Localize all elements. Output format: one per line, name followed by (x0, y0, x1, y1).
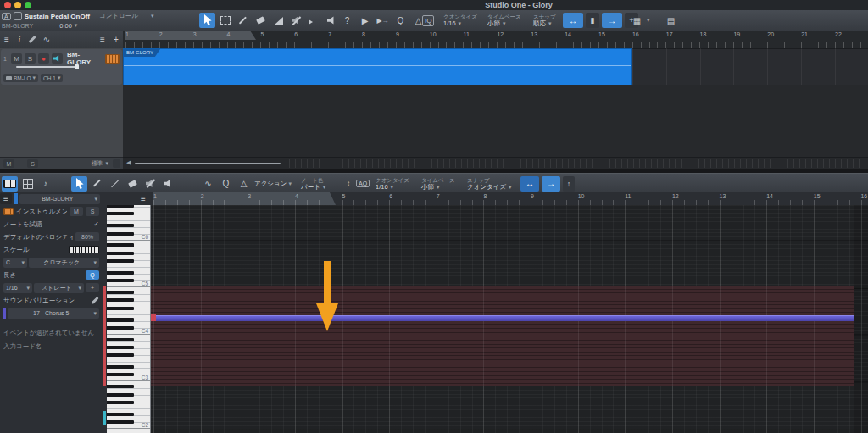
wrench-icon[interactable] (25, 32, 39, 47)
macro-value[interactable]: 0.00 (59, 22, 72, 30)
snap-relative-button[interactable]: ↔ (520, 176, 539, 192)
grid-view-button[interactable]: ▦ (629, 13, 645, 28)
global-mute-button[interactable]: M (3, 159, 14, 168)
autoscroll-button[interactable]: → (542, 176, 560, 192)
eraser-tool-button[interactable] (253, 13, 269, 28)
grid-view-caret-icon[interactable]: ▾ (647, 17, 650, 24)
editor-track-select[interactable]: BM-GLORY▾ (19, 194, 100, 204)
paint-tool-button[interactable] (89, 176, 105, 192)
line-tool-button[interactable] (107, 176, 123, 192)
scale-select[interactable]: クロマチック▾ (29, 258, 99, 268)
close-window-button[interactable] (4, 2, 11, 8)
length-value-select[interactable]: 1/16▾ (3, 283, 32, 293)
keyboard-octave[interactable]: C5 (107, 241, 150, 288)
chord-input-label[interactable]: 入力コード名 (0, 340, 102, 353)
piano-roll-grid[interactable] (151, 205, 868, 433)
wrench-icon[interactable] (92, 297, 99, 304)
range-tool-button[interactable] (217, 13, 233, 28)
automation-badge-icon[interactable]: A (2, 13, 11, 20)
track-height-mode[interactable]: 標準 (91, 159, 103, 168)
key-select[interactable]: C▾ (3, 258, 27, 268)
curve-icon[interactable]: ∿ (200, 176, 216, 192)
drum-view-button[interactable] (19, 176, 36, 192)
velocity-value[interactable]: 80% (75, 232, 99, 241)
quantize-select[interactable]: クオンタイズ 1/16▾ (376, 175, 409, 193)
help-button[interactable]: ? (339, 13, 355, 28)
snap-relative-button[interactable]: ↔ (563, 13, 583, 28)
snap-select[interactable]: スナップ クオンタイズ▾ (467, 175, 512, 193)
arrange-track-lane[interactable]: BM-GLORY (123, 48, 868, 85)
editor-list-icon[interactable]: ≡ (136, 193, 150, 204)
snap-select[interactable]: スナップ 順応▾ (533, 11, 556, 30)
automation-curve-icon[interactable]: ∿ (39, 32, 54, 47)
quantize-apply-button[interactable]: Q (218, 176, 234, 192)
track-menu-icon[interactable]: ≡ (0, 32, 14, 47)
editor-menu-icon[interactable]: ≡ (0, 193, 12, 204)
keyboard-octave[interactable]: C4 (107, 287, 150, 335)
autoscroll-button[interactable]: → (602, 13, 622, 28)
film-view-button[interactable]: ▤ (663, 13, 679, 28)
instrument-icon[interactable] (105, 54, 120, 64)
quantize-apply-button[interactable]: Q (392, 13, 409, 28)
split-tool-button[interactable] (306, 13, 322, 28)
hand-icon[interactable] (14, 12, 22, 20)
track-row-bm-glory[interactable]: 1 M S ● BM-GLORY BM-LO▾ CH 1▾ (1, 49, 122, 85)
chevron-down-icon[interactable]: ▾ (105, 160, 108, 167)
track-mute-button[interactable]: M (11, 53, 22, 64)
inspector-toggle-icon[interactable]: i (14, 32, 25, 47)
listen-tool-button[interactable] (324, 13, 340, 28)
global-solo-button[interactable]: S (27, 159, 38, 168)
audition-checkbox[interactable]: ✓ (93, 220, 99, 228)
expand-icon[interactable]: ↕ (563, 176, 575, 192)
note-start-handle[interactable] (151, 314, 156, 321)
slope-tool-button[interactable] (270, 13, 287, 28)
editor-mute-button[interactable]: M (70, 207, 83, 216)
horizontal-zoom-slider[interactable] (135, 163, 281, 164)
score-view-button[interactable]: ♪ (37, 176, 53, 192)
timebase-select[interactable]: タイムベース 小節▾ (487, 11, 521, 30)
input-quantize-badge[interactable]: IQ (422, 15, 434, 26)
instrument-output-select[interactable]: BM-LO▾ (3, 74, 38, 82)
piano-keyboard[interactable]: C2C3C4C5C6C7 (107, 205, 151, 433)
arrange-timeline-ruler[interactable]: 12345678910111213141516171819202122 (123, 31, 868, 49)
arrange-empty-area[interactable] (123, 85, 868, 157)
editor-solo-button[interactable]: S (86, 207, 99, 216)
add-length-button[interactable]: + (86, 283, 99, 292)
editor-timeline-ruler[interactable]: 12345678910111213141516 (151, 192, 868, 206)
macro-value-caret-icon[interactable]: ▾ (75, 22, 78, 29)
track-list-icon[interactable]: ≡ (96, 32, 109, 47)
midi-clip-bm-glory[interactable]: BM-GLORY (123, 48, 632, 86)
keyboard-octave[interactable]: C3 (107, 335, 150, 382)
add-track-button[interactable]: + (109, 32, 123, 47)
midi-note[interactable] (151, 315, 854, 321)
listen-tool-button[interactable] (160, 176, 176, 192)
note-color-select[interactable]: ノート色 パート▾ (301, 175, 326, 193)
bar-display-button[interactable]: ▮ (586, 13, 599, 28)
mute-tool-button[interactable] (142, 176, 159, 192)
sound-variation-select[interactable]: 17 - Chorus 5▾ (8, 308, 99, 319)
track-monitor-button[interactable] (52, 53, 63, 64)
midi-channel-select[interactable]: CH 1▾ (41, 74, 63, 82)
nudge-icon[interactable]: ↕ (342, 176, 354, 192)
play-to-button[interactable]: ▶→ (375, 13, 391, 28)
metronome-button[interactable]: △ (236, 176, 252, 192)
auto-quantize-badge[interactable]: AQ (356, 180, 370, 187)
track-record-button[interactable]: ● (38, 53, 49, 64)
macro-caret-icon[interactable]: ▾ (151, 13, 154, 19)
arrow-tool-button[interactable] (71, 176, 87, 192)
length-quantize-button[interactable]: Q (86, 270, 99, 280)
eraser-tool-button[interactable] (125, 176, 141, 192)
keyboard-octave[interactable]: C2 (107, 381, 150, 429)
quantize-select[interactable]: クオンタイズ 1/16▾ (443, 11, 477, 30)
action-menu[interactable]: アクション ▾ (254, 174, 292, 193)
length-mode-select[interactable]: ストレート▾ (34, 283, 84, 293)
scale-keyboard-widget[interactable] (69, 246, 99, 253)
mute-tool-button[interactable] (288, 13, 304, 28)
keyboard-octave[interactable]: C6 (107, 205, 150, 241)
track-name[interactable]: BM-GLORY (65, 51, 103, 66)
arrow-tool-button[interactable] (199, 13, 215, 28)
track-volume-slider[interactable] (16, 66, 77, 68)
piano-view-button[interactable] (2, 176, 18, 192)
play-from-button[interactable]: ▶ (357, 13, 373, 28)
paint-tool-button[interactable] (235, 13, 251, 28)
